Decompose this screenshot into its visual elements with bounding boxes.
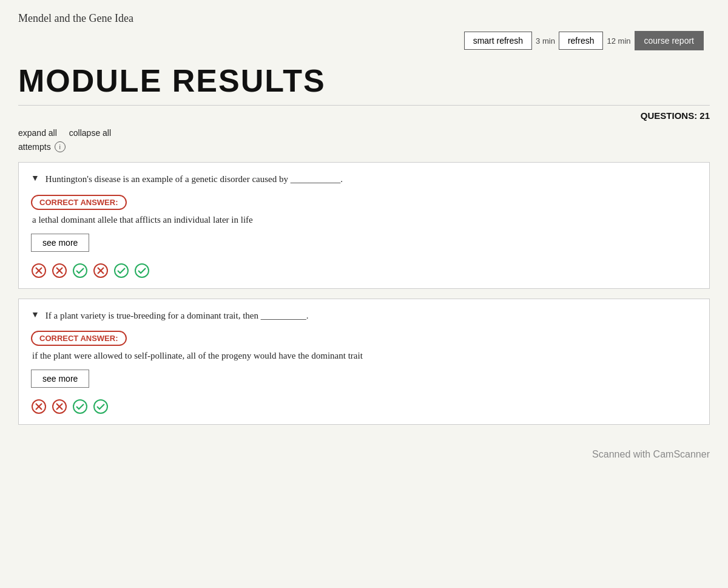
question-text: If a plant variety is true-breeding for … [46, 309, 309, 323]
svg-point-11 [135, 264, 149, 277]
course-report-button[interactable]: course report [635, 31, 704, 50]
wrong-attempt-icon [31, 263, 47, 279]
attempts-label: attempts [18, 142, 51, 152]
refresh-button[interactable]: refresh [559, 32, 604, 50]
correct-answer-badge: CORRECT ANSWER: [31, 195, 697, 215]
smart-refresh-time: 3 min [536, 36, 555, 46]
question-text: Huntington's disease is an example of a … [46, 172, 343, 186]
collapse-arrow-icon[interactable]: ▼ [31, 310, 39, 320]
collapse-arrow-icon[interactable]: ▼ [31, 174, 39, 183]
refresh-time: 12 min [607, 36, 630, 46]
correct-answer-badge: CORRECT ANSWER: [31, 331, 697, 351]
module-title: MODULE RESULTS [18, 63, 710, 99]
see-more-button[interactable]: see more [31, 370, 89, 388]
wrong-attempt-icon [93, 263, 109, 279]
correct-attempt-icon [72, 399, 88, 414]
attempt-icons [31, 399, 697, 414]
correct-attempt-icon [113, 263, 129, 279]
wrong-attempt-icon [52, 263, 67, 279]
questions-container: ▼ Huntington's disease is an example of … [18, 162, 710, 425]
questions-count: QUESTIONS: 21 [18, 105, 710, 121]
correct-answer-label: CORRECT ANSWER: [31, 331, 127, 346]
question-card-1: ▼ Huntington's disease is an example of … [18, 162, 710, 289]
see-more-wrapper: see more [31, 234, 697, 260]
attempt-icons [31, 263, 697, 279]
answer-text: if the plant were allowed to self-pollin… [32, 351, 697, 361]
svg-point-6 [73, 264, 87, 277]
see-more-wrapper: see more [31, 370, 697, 396]
attempts-info-icon[interactable]: i [55, 141, 66, 152]
svg-point-10 [115, 264, 128, 277]
answer-text: a lethal dominant allele that afflicts a… [32, 215, 697, 225]
question-header: ▼ Huntington's disease is an example of … [31, 172, 697, 186]
watermark: Scanned with CamScanner [18, 449, 710, 460]
question-header: ▼ If a plant variety is true-breeding fo… [31, 309, 697, 323]
controls-bar: expand all collapse all [18, 128, 710, 138]
wrong-attempt-icon [31, 399, 47, 414]
attempts-row: attempts i [18, 141, 710, 152]
top-bar: smart refresh 3 min refresh 12 min cours… [18, 31, 710, 50]
wrong-attempt-icon [52, 399, 67, 414]
collapse-all-link[interactable]: collapse all [69, 128, 111, 138]
svg-point-18 [73, 400, 87, 413]
svg-point-19 [94, 400, 107, 413]
correct-answer-label: CORRECT ANSWER: [31, 195, 127, 210]
correct-attempt-icon [72, 263, 88, 279]
page-title: Mendel and the Gene Idea [18, 12, 710, 25]
see-more-button[interactable]: see more [31, 234, 89, 252]
question-card-2: ▼ If a plant variety is true-breeding fo… [18, 299, 710, 425]
correct-attempt-icon [134, 263, 150, 279]
expand-all-link[interactable]: expand all [18, 128, 57, 138]
correct-attempt-icon [93, 399, 109, 414]
smart-refresh-button[interactable]: smart refresh [464, 32, 532, 50]
